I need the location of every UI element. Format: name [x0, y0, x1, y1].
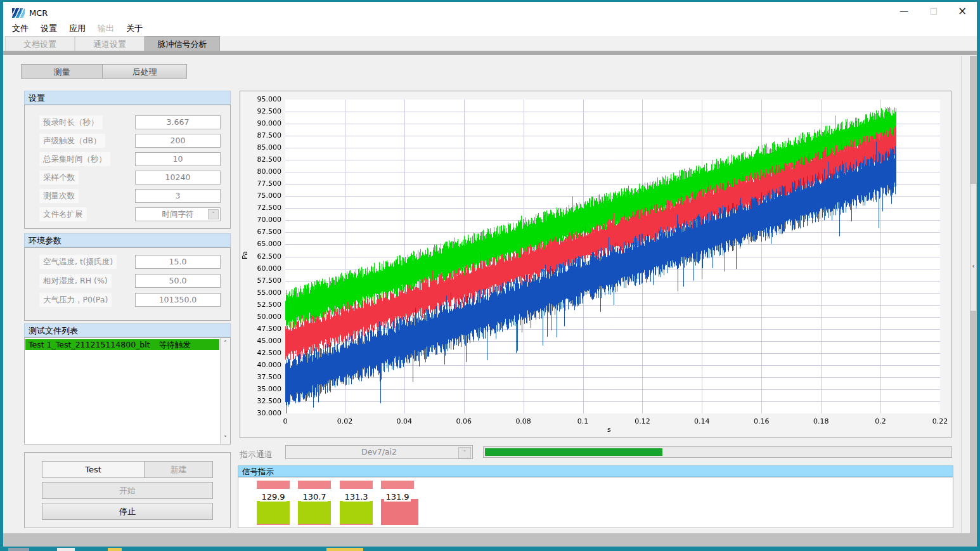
signal-level-block-red	[381, 499, 418, 525]
signal-value: 129.9	[254, 492, 292, 502]
signal-indicators: 129.9130.7131.3131.9	[0, 0, 980, 551]
signal-level-block-green	[340, 501, 373, 525]
signal-level-block-green	[298, 501, 331, 525]
signal-value: 131.3	[337, 492, 375, 502]
page-edge-line	[961, 56, 962, 533]
signal-value: 130.7	[295, 492, 333, 502]
signal-value-text: 131.9	[384, 492, 410, 502]
signal-top-bar	[381, 481, 414, 489]
signal-top-bar	[298, 481, 331, 489]
collapse-handle[interactable]: ‹	[970, 184, 976, 311]
desktop: MCR — □ × 文件设置应用输出关于 文档设置通道设置脉冲信号分析 测量 后…	[0, 0, 980, 551]
signal-value-text: 129.9	[260, 492, 286, 502]
signal-value: 131.9	[378, 492, 416, 502]
signal-level-block-green	[257, 501, 290, 525]
signal-value-text: 130.7	[301, 492, 327, 502]
signal-value-text: 131.3	[343, 492, 369, 502]
signal-top-bar	[340, 481, 373, 489]
signal-top-bar	[257, 481, 290, 489]
